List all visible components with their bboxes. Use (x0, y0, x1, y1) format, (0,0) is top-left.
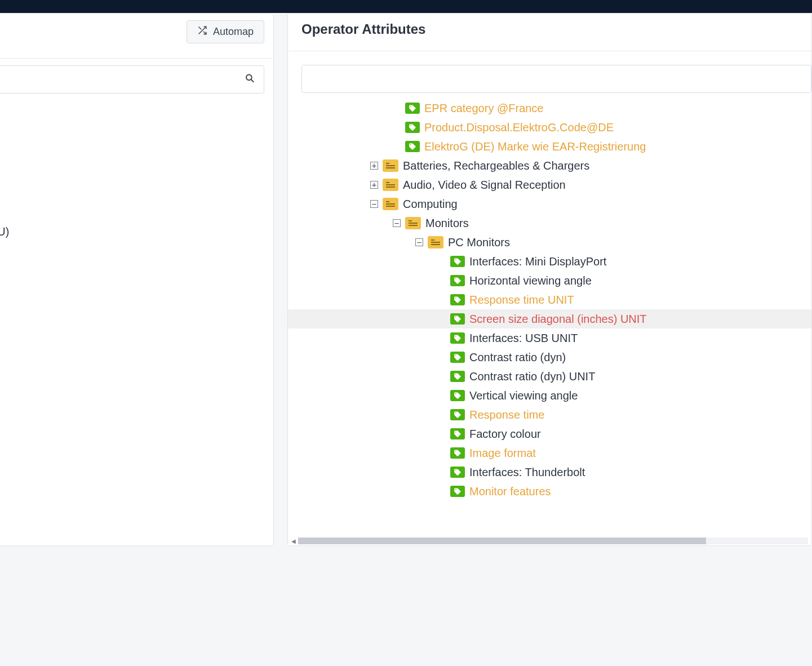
folder-icon (405, 217, 421, 229)
svg-line-1 (251, 79, 253, 82)
tree-node-label: Response time UNIT (469, 294, 574, 307)
tree-node[interactable]: Factory colour (288, 424, 811, 443)
tag-icon (450, 256, 465, 267)
left-panel-header: Automap (0, 14, 273, 59)
right-panel: Operator Attributes EPR category @France… (287, 13, 812, 546)
tag-icon (450, 275, 465, 286)
left-item[interactable]: eid (Seller SKU) (0, 222, 273, 241)
tree-node[interactable]: Interfaces: Mini DisplayPort (288, 252, 811, 271)
tag-icon (450, 467, 465, 478)
folder-icon (383, 179, 398, 191)
tree-node[interactable]: ElektroG (DE) Marke wie EAR-Registrierun… (288, 137, 811, 156)
right-search-box[interactable] (301, 65, 811, 93)
horizontal-scrollbar[interactable]: ◀ (288, 536, 811, 545)
tree-node[interactable]: Interfaces: Thunderbolt (288, 463, 811, 482)
top-bar (0, 0, 812, 13)
tree-node[interactable]: Image format (288, 443, 811, 463)
left-item (0, 241, 273, 260)
tag-icon (450, 352, 465, 363)
search-icon[interactable] (245, 73, 255, 86)
tree-node-label: Interfaces: USB UNIT (469, 332, 578, 345)
left-panel: Automap ens) eid (Seller SKU) d tplace) (0, 13, 274, 546)
tree-node[interactable]: +Batteries, Rechargeables & Chargers (288, 156, 811, 175)
tag-icon (450, 428, 465, 439)
tree-node-label: Interfaces: Thunderbolt (469, 466, 585, 479)
automap-button[interactable]: Automap (187, 20, 264, 43)
tree-node-label: Horizontal viewing angle (469, 274, 592, 287)
tree-node-label: Contrast ratio (dyn) (469, 351, 566, 364)
tree-node-label: Contrast ratio (dyn) UNIT (469, 370, 595, 383)
tree-node-label: Batteries, Rechargeables & Chargers (403, 159, 589, 172)
tree-node-label: Factory colour (469, 428, 541, 441)
tree-node[interactable]: Response time (288, 405, 811, 424)
left-item[interactable]: tplace) (0, 279, 273, 299)
collapse-icon[interactable]: − (370, 200, 378, 208)
page-title: Operator Attributes (301, 21, 798, 37)
tree-node[interactable]: Contrast ratio (dyn) (288, 348, 811, 367)
tree-node[interactable]: Interfaces: USB UNIT (288, 328, 811, 348)
left-items-list: ens) eid (Seller SKU) d tplace) (0, 94, 273, 299)
tree-node-label: Computing (403, 198, 458, 211)
tree-node-label: Screen size diagonal (inches) UNIT (469, 313, 647, 326)
left-search-box[interactable] (0, 65, 264, 94)
tree-node[interactable]: −Computing (288, 194, 811, 214)
tree-node[interactable]: EPR category @France (288, 99, 811, 118)
automap-label: Automap (213, 26, 254, 38)
tag-icon (450, 371, 465, 382)
tree-node[interactable]: +Audio, Video & Signal Reception (288, 175, 811, 194)
tag-icon (405, 103, 420, 114)
tree-node[interactable]: −Monitors (288, 214, 811, 233)
right-panel-header: Operator Attributes (288, 14, 811, 51)
tag-icon (405, 122, 420, 133)
tree-node-label: Image format (469, 447, 536, 460)
tag-icon (450, 390, 465, 401)
collapse-icon[interactable]: − (393, 219, 401, 227)
tree-node[interactable]: Monitor features (288, 482, 811, 501)
attribute-tree[interactable]: EPR category @FranceProduct.Disposal.Ele… (288, 97, 811, 534)
scroll-left-icon[interactable]: ◀ (290, 538, 297, 544)
shuffle-icon (197, 25, 207, 38)
main-layout: Automap ens) eid (Seller SKU) d tplace) (0, 13, 812, 666)
left-item[interactable]: d (0, 260, 273, 279)
left-item[interactable]: ens) (0, 184, 273, 203)
tag-icon (450, 409, 465, 420)
left-search-input[interactable] (1, 74, 236, 86)
expand-icon[interactable]: + (370, 181, 378, 189)
tree-node-label: Monitor features (469, 485, 551, 498)
tree-node-label: Vertical viewing angle (469, 389, 578, 402)
tree-node-label: ElektroG (DE) Marke wie EAR-Registrierun… (424, 140, 646, 153)
scroll-track[interactable] (298, 538, 808, 544)
tag-icon (450, 486, 465, 497)
tree-node-label: Monitors (425, 217, 469, 230)
tree-node[interactable]: Horizontal viewing angle (288, 271, 811, 290)
tag-icon (450, 332, 465, 344)
tree-node-label: Product.Disposal.ElektroG.Code@DE (424, 121, 614, 134)
tag-icon (450, 447, 465, 459)
tree-node[interactable]: Vertical viewing angle (288, 386, 811, 405)
scroll-thumb[interactable] (298, 538, 706, 544)
tag-icon (450, 313, 465, 325)
tree-node[interactable]: Contrast ratio (dyn) UNIT (288, 367, 811, 386)
folder-icon (383, 159, 398, 172)
tree-node[interactable]: Product.Disposal.ElektroG.Code@DE (288, 118, 811, 137)
tag-icon (450, 294, 465, 305)
left-search-wrap (0, 59, 273, 94)
expand-icon[interactable]: + (370, 162, 378, 170)
tree-node[interactable]: Response time UNIT (288, 290, 811, 309)
tree-node-label: PC Monitors (448, 236, 510, 249)
right-search-input[interactable] (310, 73, 803, 85)
tree-node-label: Audio, Video & Signal Reception (403, 179, 566, 192)
tree-node[interactable]: Screen size diagonal (inches) UNIT (288, 309, 811, 328)
collapse-icon[interactable]: − (415, 238, 423, 246)
tag-icon (405, 141, 420, 152)
tree-node-label: EPR category @France (424, 102, 544, 115)
tree-node-label: Interfaces: Mini DisplayPort (469, 255, 606, 268)
tree-node[interactable]: −PC Monitors (288, 233, 811, 252)
tree-node-label: Response time (469, 409, 544, 421)
right-search-wrap (288, 51, 811, 97)
folder-icon (383, 198, 398, 210)
folder-icon (428, 236, 443, 248)
left-item (0, 203, 273, 222)
